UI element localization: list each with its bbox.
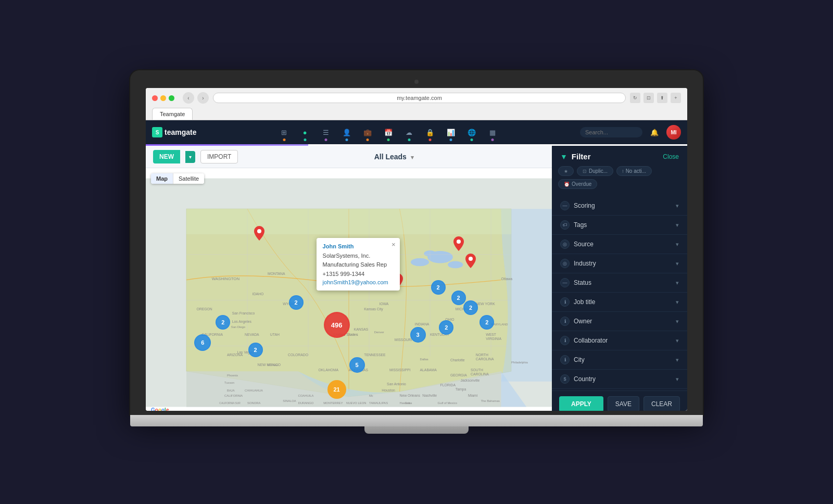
filter-scoring[interactable]: — Scoring ▾ <box>552 196 687 216</box>
collaborator-icon: ℹ <box>560 336 570 345</box>
bookmark-button[interactable]: ⊡ <box>643 93 654 103</box>
nav-globe[interactable]: 🌐 <box>465 125 478 139</box>
filter-chip-duplicate[interactable]: ⊡ Duplic... <box>577 166 613 176</box>
cluster-c3[interactable]: 2 <box>289 295 304 310</box>
map-container[interactable]: WASHINGTON OREGON CALIFORNIA IDAHO MONTA… <box>146 168 552 411</box>
new-tab-button[interactable]: + <box>671 93 681 103</box>
filter-country[interactable]: $ Country ▾ <box>552 370 687 389</box>
person-icon: 👤 <box>343 129 351 136</box>
filter-title: ▼ Filter <box>560 152 591 161</box>
filter-owner[interactable]: ℹ Owner ▾ <box>552 312 687 331</box>
title-dropdown-icon[interactable]: ▾ <box>411 154 414 160</box>
svg-text:New Orleans: New Orleans <box>400 394 421 397</box>
filter-industry[interactable]: ◎ Industry ▾ <box>552 254 687 273</box>
avatar[interactable]: MI <box>666 125 681 140</box>
svg-text:COAHUILA: COAHUILA <box>298 394 314 397</box>
cluster-c12[interactable]: 5 <box>349 357 365 373</box>
filter-status[interactable]: — Status ▾ <box>552 273 687 293</box>
industry-label: Industry <box>574 260 596 267</box>
window-controls <box>152 95 174 101</box>
logo-icon: S <box>152 127 162 137</box>
info-popup: × John Smith SolarSystems, Inc. Manufact… <box>317 238 400 291</box>
cluster-c2[interactable]: 2 <box>248 343 263 357</box>
cluster-c4[interactable]: 2 <box>431 280 446 295</box>
cluster-c1[interactable]: 2 <box>216 315 230 330</box>
close-button[interactable] <box>152 95 158 101</box>
filter-chip-star[interactable]: ★ <box>558 166 574 176</box>
browser-tab[interactable]: Teamgate <box>152 108 193 120</box>
maximize-button[interactable] <box>169 95 174 101</box>
search-input[interactable] <box>580 127 642 137</box>
filter-city[interactable]: ℹ City ▾ <box>552 350 687 370</box>
map-type-map[interactable]: Map <box>151 173 173 184</box>
popup-role: Manufacturing Sales Rep <box>323 260 394 270</box>
popup-phone: +1315 999-1344 <box>323 270 394 279</box>
cluster-c7[interactable]: 2 <box>451 291 466 305</box>
svg-text:ALABAMA: ALABAMA <box>420 368 437 372</box>
back-button[interactable]: ‹ <box>183 92 194 104</box>
clear-button[interactable]: CLEAR <box>643 396 680 411</box>
apply-button[interactable]: APPLY <box>559 396 603 411</box>
filter-chip-no-action[interactable]: ! No acti... <box>616 166 652 176</box>
popup-close[interactable]: × <box>392 241 396 248</box>
cluster-c9[interactable]: 6 <box>194 334 211 351</box>
marker-m1[interactable] <box>254 226 264 243</box>
share-button[interactable]: ⬆ <box>657 93 667 103</box>
cluster-c10[interactable]: 496 <box>324 312 350 338</box>
nav-chart[interactable]: 📊 <box>444 125 458 139</box>
nav-card[interactable]: ▦ <box>486 125 499 139</box>
industry-icon: ◎ <box>560 259 570 268</box>
lock-icon: 🔒 <box>426 129 434 136</box>
source-icon: ◎ <box>560 240 570 249</box>
star-icon: ★ <box>564 169 568 174</box>
laptop-base <box>130 415 703 426</box>
content-area: NEW ▾ IMPORT All Leads ▾ <box>146 146 687 411</box>
cluster-c11[interactable]: 21 <box>327 380 346 399</box>
new-dropdown-button[interactable]: ▾ <box>185 151 195 163</box>
map-area: NEW ▾ IMPORT All Leads ▾ <box>146 146 552 411</box>
filter-title-text: Filter <box>572 152 591 161</box>
popup-email[interactable]: johnSmith19@yahoo.com <box>323 279 394 285</box>
collaborator-label: Collaborator <box>574 337 608 344</box>
cluster-c8[interactable]: 2 <box>463 300 478 315</box>
minimize-button[interactable] <box>160 95 166 101</box>
chip-label: Duplic... <box>589 168 608 174</box>
marker-m4[interactable] <box>465 254 476 270</box>
marker-m3[interactable] <box>453 236 464 253</box>
owner-icon: ℹ <box>560 317 570 326</box>
notifications-icon[interactable]: 🔔 <box>648 125 661 139</box>
filter-collaborator[interactable]: ℹ Collaborator ▾ <box>552 331 687 350</box>
nav-grid[interactable]: ⊞ <box>277 125 291 139</box>
forward-button[interactable]: › <box>197 92 209 104</box>
save-button[interactable]: SAVE <box>608 396 639 411</box>
no-action-icon: ! <box>622 169 624 174</box>
filter-close-button[interactable]: Close <box>663 153 679 160</box>
filter-source[interactable]: ◎ Source ▾ <box>552 235 687 254</box>
address-bar[interactable]: my.teamgate.com <box>213 93 626 103</box>
nav-book[interactable]: ☰ <box>319 125 333 139</box>
nav-person[interactable]: 👤 <box>340 125 354 139</box>
nav-calendar[interactable]: 📅 <box>382 125 395 139</box>
svg-text:San Antonio: San Antonio <box>387 382 406 386</box>
filter-job-title[interactable]: ℹ Job title ▾ <box>552 293 687 312</box>
laptop-shell: ‹ › my.teamgate.com ↻ ⊡ ⬆ + Teamgate <box>130 70 703 434</box>
nav-lock[interactable]: 🔒 <box>423 125 437 139</box>
cluster-c6[interactable]: 3 <box>410 327 426 343</box>
cluster-c5[interactable]: 2 <box>439 320 453 335</box>
map-type-satellite[interactable]: Satellite <box>173 173 204 184</box>
import-button[interactable]: IMPORT <box>200 150 238 163</box>
nav-cloud[interactable]: ☁ <box>402 125 416 139</box>
refresh-button[interactable]: ↻ <box>630 93 640 103</box>
screen: ‹ › my.teamgate.com ↻ ⊡ ⬆ + Teamgate <box>146 88 687 411</box>
map-toolbar: NEW ▾ IMPORT All Leads ▾ <box>146 146 552 168</box>
cluster-c13[interactable]: 2 <box>479 315 494 330</box>
filter-chip-overdue[interactable]: ⏰ Overdue <box>558 179 597 189</box>
new-button[interactable]: NEW <box>153 150 180 163</box>
city-arrow: ▾ <box>676 357 679 363</box>
briefcase-icon: 💼 <box>363 129 372 136</box>
industry-arrow: ▾ <box>676 260 679 267</box>
nav-contacts[interactable]: ● <box>298 125 312 139</box>
camera <box>414 80 419 84</box>
nav-briefcase[interactable]: 💼 <box>361 125 374 139</box>
filter-tags[interactable]: 🏷 Tags ▾ <box>552 216 687 235</box>
